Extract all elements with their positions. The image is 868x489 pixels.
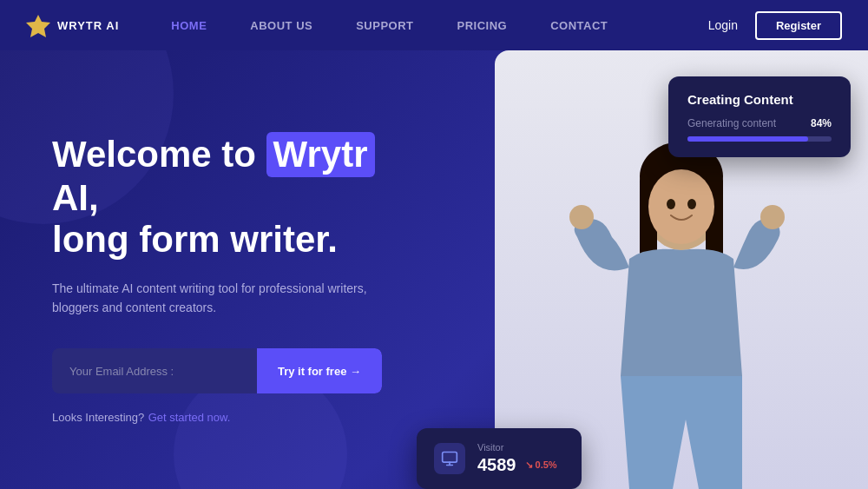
nav-contact[interactable]: CONTACT (550, 19, 608, 32)
svg-point-6 (569, 205, 594, 229)
progress-bar-bg (687, 136, 832, 142)
progress-bar-fill (687, 136, 808, 142)
cta-link[interactable]: Get started now. (148, 411, 231, 424)
visitor-change: ↘ 0.5% (525, 459, 557, 471)
monitor-icon (434, 443, 465, 474)
register-button[interactable]: Register (755, 11, 842, 40)
email-form: Try it for free → (52, 348, 382, 393)
logo-icon (26, 13, 50, 37)
hero-title-line2: long form writer. (52, 219, 338, 260)
visitor-label: Visitor (477, 442, 557, 453)
hero-left: Welcome to Wrytr AI, long form writer. T… (0, 50, 434, 489)
navbar: WRYTR AI HOME ABOUT US SUPPORT PRICING C… (0, 0, 868, 50)
email-input[interactable] (52, 348, 257, 393)
try-free-button[interactable]: Try it for free → (257, 348, 382, 393)
generating-label: Generating content (687, 117, 776, 129)
logo[interactable]: WRYTR AI (26, 13, 119, 37)
visitor-count: 4589 (477, 455, 516, 475)
brand-name: WRYTR AI (57, 19, 119, 32)
nav-auth: Login Register (708, 11, 842, 40)
hero-section: Welcome to Wrytr AI, long form writer. T… (0, 50, 868, 489)
creating-content-card: Creating Content Generating content 84% (668, 76, 851, 157)
nav-support[interactable]: SUPPORT (356, 19, 413, 32)
creating-card-label: Generating content 84% (687, 117, 832, 129)
cta-note-text: Looks Interesting? (52, 411, 144, 424)
nav-pricing[interactable]: PRICING (457, 19, 508, 32)
hero-subtitle: The ultimate AI content writing tool for… (52, 279, 382, 318)
woman-svg (542, 107, 820, 489)
svg-point-7 (760, 205, 785, 229)
hero-title-highlight: Wrytr (266, 132, 375, 177)
hero-right: Creating Content Generating content 84% … (434, 50, 868, 489)
hero-title-suffix: AI, (52, 177, 99, 218)
visitor-card: Visitor 4589 ↘ 0.5% (417, 428, 582, 489)
creating-card-title: Creating Content (687, 92, 832, 107)
cta-note: Looks Interesting? Get started now. (52, 409, 399, 425)
svg-point-9 (687, 199, 696, 209)
hero-title-prefix: Welcome to (52, 134, 256, 175)
login-button[interactable]: Login (708, 18, 738, 32)
generating-percent: 84% (811, 117, 832, 129)
visitor-info: Visitor 4589 ↘ 0.5% (477, 442, 557, 475)
nav-about[interactable]: ABOUT US (250, 19, 312, 32)
svg-point-5 (648, 169, 714, 244)
svg-point-8 (667, 199, 675, 209)
nav-links: HOME ABOUT US SUPPORT PRICING CONTACT (171, 19, 707, 32)
nav-home[interactable]: HOME (171, 19, 207, 32)
svg-rect-10 (443, 453, 457, 463)
svg-marker-0 (26, 15, 50, 37)
visitor-row: 4589 ↘ 0.5% (477, 455, 557, 475)
hero-title: Welcome to Wrytr AI, long form writer. (52, 132, 399, 261)
